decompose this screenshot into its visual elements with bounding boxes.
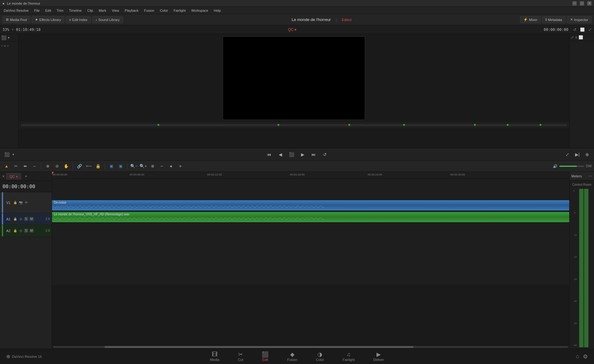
aspect-icon[interactable]: ⬜ [579, 35, 583, 40]
menu-timeline[interactable]: Timeline [67, 8, 84, 13]
skip-to-start-button[interactable]: ⏮ [265, 150, 273, 159]
monitor-dropdown-icon[interactable]: ▾ [12, 152, 14, 157]
close-tab-icon[interactable]: ✕ [2, 174, 5, 179]
meters-more-icon[interactable]: ⋯ [588, 174, 592, 178]
minimize-button[interactable]: ─ [572, 1, 577, 6]
next-timeline-icon[interactable]: ▶| [573, 150, 582, 159]
video-only-toggle[interactable]: ▣ [107, 162, 115, 170]
lock-icon-v1[interactable]: 🔒 [13, 201, 17, 205]
play-button[interactable]: ▶ [298, 150, 307, 159]
menu-color[interactable]: Color [157, 8, 170, 13]
lock-icon-a1[interactable]: 🔒 [13, 217, 17, 221]
m-badge-a2[interactable]: M [29, 229, 34, 233]
expand-icon[interactable]: ⤢ [588, 28, 592, 32]
a1-clip[interactable]: De-noise [52, 200, 569, 210]
loop-button[interactable]: ↺ [321, 150, 329, 159]
menu-playback[interactable]: Playback [122, 8, 141, 13]
home-icon[interactable]: ⌂ [576, 353, 579, 360]
timecode-display: 00:00:00:00 [0, 181, 52, 192]
s-badge-a2[interactable]: S [24, 229, 28, 233]
menu-file[interactable]: File [32, 8, 42, 13]
sound-library-button[interactable]: ♪ Sound Library [92, 16, 123, 23]
effects-library-button[interactable]: ★ Effects Library [32, 16, 64, 23]
nav-media[interactable]: 🎞 Media [210, 352, 219, 362]
m-badge-a1[interactable]: M [29, 217, 34, 221]
audio-settings-icon[interactable]: ⊕ [583, 150, 592, 159]
qc-tab[interactable]: QC ▾ [6, 173, 21, 180]
menu-view[interactable]: View [109, 8, 122, 13]
skip-to-end-button[interactable]: ⏭ [309, 150, 318, 159]
lock-icon-a2[interactable]: 🔒 [13, 229, 17, 233]
monitor-toggle[interactable]: ⬛ [2, 150, 11, 159]
settings-icon[interactable]: ≡ [575, 35, 577, 40]
loop-icon[interactable]: ↺ [573, 28, 576, 32]
prev-frame-button[interactable]: ◀ [276, 150, 285, 159]
minus-btn[interactable]: − [158, 162, 166, 170]
qc-dropdown-icon[interactable]: ▾ [295, 28, 296, 32]
nav-cut[interactable]: ✂ Cut [238, 352, 243, 362]
volume-slider[interactable] [559, 166, 584, 167]
menu-clip[interactable]: Clip [85, 8, 96, 13]
hand-tool[interactable]: ✋ [62, 162, 70, 170]
plus-btn[interactable]: + [176, 162, 184, 170]
nav-edit[interactable]: ⬛ Edit [262, 352, 269, 362]
blade-tool[interactable]: ✂ [12, 162, 20, 170]
scrollbar-thumb[interactable] [105, 346, 413, 348]
expand-preview-icon[interactable]: ⤢ [571, 35, 574, 40]
view-toggle-icon[interactable]: ⬜ [580, 28, 585, 32]
edit-index-button[interactable]: ≡ Edit Index [66, 16, 91, 23]
mixer-button[interactable]: ⚡ Mixer [520, 16, 541, 23]
media-pool-button[interactable]: ⊞ Media Pool [2, 16, 30, 23]
zoom-out-tool[interactable]: ⊖ [53, 162, 61, 170]
menu-workspace[interactable]: Workspace [189, 8, 211, 13]
timeline-ruler[interactable]: 00:00:00:00 00:00:06:00 00:00:12:00 00:0… [52, 172, 569, 179]
nav-color[interactable]: ◑ Color [316, 352, 324, 362]
next-nav-icon[interactable]: › [7, 44, 8, 48]
camera-icon-v1[interactable]: 📷 [19, 201, 23, 205]
zoom-in-tool[interactable]: ⊕ [44, 162, 52, 170]
s-badge-a1[interactable]: S [24, 217, 28, 221]
eye-icon-v1[interactable]: 👁 [24, 201, 28, 205]
trim-tool[interactable]: ⬅ [21, 162, 29, 170]
a2-clip[interactable]: Le monde de l'horreur_VHS_HF_HD (Remonta… [52, 212, 569, 222]
v1-lane[interactable] [52, 179, 569, 200]
menu-help[interactable]: Help [211, 8, 223, 13]
menu-trim[interactable]: Trim [54, 8, 66, 13]
lock-toggle[interactable]: 🔒 [94, 162, 102, 170]
scrollbar-track[interactable] [53, 346, 568, 348]
link-toggle[interactable]: 🔗 [75, 162, 84, 170]
menu-edit[interactable]: Edit [43, 8, 54, 13]
prev-nav-icon[interactable]: ‹ [1, 44, 2, 48]
qc-tab-dropdown[interactable]: ▾ [16, 175, 18, 178]
slip-tool[interactable]: ↔ [30, 162, 38, 170]
zoom-timeline-out[interactable]: 🔍− [130, 162, 138, 170]
close-button[interactable]: ✕ [587, 1, 592, 6]
zoom-custom[interactable]: ⊕ [148, 162, 157, 170]
nav-deliver[interactable]: ▶ Deliver [373, 352, 384, 362]
empty-lanes [52, 223, 569, 285]
menu-fusion[interactable]: Fusion [142, 8, 157, 13]
a1-lane[interactable]: De-noise [52, 200, 569, 211]
audio-only-toggle[interactable]: ▣ [117, 162, 125, 170]
headphones-icon-a1[interactable]: ◎ [19, 217, 23, 221]
metadata-button[interactable]: ℹ Metadata [542, 16, 566, 23]
stop-button[interactable]: ⬛ [287, 150, 296, 159]
menu-davinci-resolve[interactable]: DaVinci Resolve [1, 8, 31, 13]
timeline-scrollbar[interactable] [52, 345, 569, 349]
maximize-button[interactable]: □ [580, 1, 584, 6]
settings-icon[interactable]: ⚙ [583, 353, 588, 360]
zoom-timeline-in[interactable]: 🔍+ [139, 162, 147, 170]
menu-mark[interactable]: Mark [96, 8, 109, 13]
headphones-icon-a2[interactable]: ◎ [19, 229, 23, 233]
snap-toggle[interactable]: ⟵ [85, 162, 93, 170]
nav-fusion[interactable]: ◆ Fusion [287, 352, 297, 362]
select-tool[interactable]: ▲ [2, 162, 11, 170]
menu-fairlight[interactable]: Fairlight [171, 8, 188, 13]
add-tab-button[interactable]: ＋ [22, 173, 30, 180]
a2-lane[interactable]: Le monde de l'horreur_VHS_HF_HD (Remonta… [52, 211, 569, 223]
source-dropdown-icon[interactable]: ▾ [8, 36, 10, 40]
fullscreen-icon[interactable]: ⤢ [563, 150, 572, 159]
a2-label: A2 [5, 229, 12, 233]
inspector-button[interactable]: ✕ Inspector [567, 16, 592, 23]
nav-fairlight[interactable]: ♫ Fairlight [343, 352, 355, 362]
